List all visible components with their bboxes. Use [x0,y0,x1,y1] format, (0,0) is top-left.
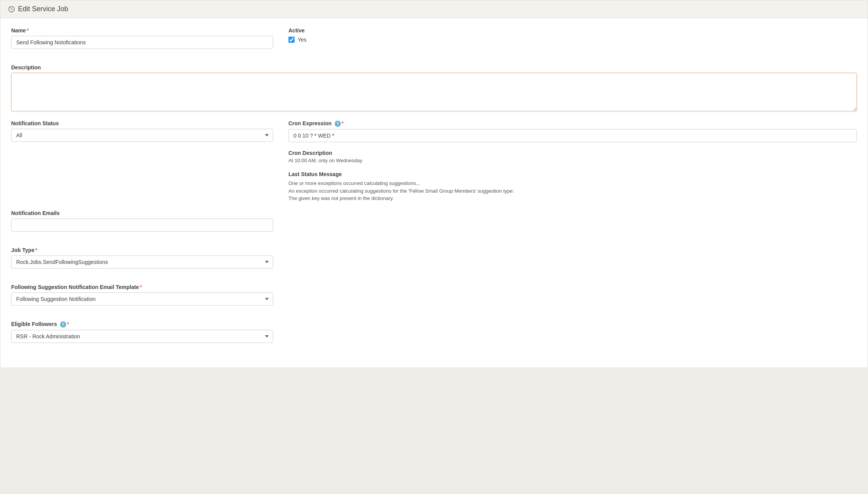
active-group: Active Yes [288,27,857,43]
eligible-followers-row: Eligible Followers ?* RSR - Rock Adminis… [11,321,857,351]
notif-emails-row: Notification Emails [11,210,857,239]
notif-cron-row: Notification Status All Active Inactive … [11,120,857,202]
email-template-required-star: * [140,284,142,290]
eligible-followers-group: Eligible Followers ?* RSR - Rock Adminis… [11,321,273,343]
description-label: Description [11,64,857,71]
email-template-col: Following Suggestion Notification Email … [11,284,273,313]
notification-status-group: Notification Status All Active Inactive [11,120,273,142]
cron-help-icon[interactable]: ? [335,121,341,127]
notification-emails-label: Notification Emails [11,210,273,216]
notif-status-col: Notification Status All Active Inactive [11,120,273,202]
name-required-star: * [27,27,28,34]
notif-emails-col: Notification Emails [11,210,273,239]
panel-title: Edit Service Job [18,5,68,13]
notification-status-select[interactable]: All Active Inactive [11,129,273,142]
eligible-followers-help-icon[interactable]: ? [60,321,66,328]
active-checkbox-row: Yes [288,37,857,43]
email-template-select[interactable]: Following Suggestion Notification [11,292,273,306]
cron-expression-label: Cron Expression ?* [288,120,857,127]
name-group: Name* [11,27,273,49]
panel-body: Name* Active Yes [0,18,868,368]
eligible-followers-select[interactable]: RSR - Rock Administration [11,330,273,343]
eligible-followers-col: Eligible Followers ?* RSR - Rock Adminis… [11,321,273,351]
cron-expression-group: Cron Expression ?* [288,120,857,142]
email-template-row: Following Suggestion Notification Email … [11,284,857,313]
panel-header: Edit Service Job [0,0,868,18]
cron-description-block: Cron Description At 10:00 AM, only on We… [288,150,857,163]
cron-description-title: Cron Description [288,150,857,156]
email-template-label: Following Suggestion Notification Email … [11,284,273,290]
job-type-col: Job Type* Rock.Jobs.SendFollowingSuggest… [11,247,273,276]
job-type-select[interactable]: Rock.Jobs.SendFollowingSuggestions [11,255,273,269]
job-type-group: Job Type* Rock.Jobs.SendFollowingSuggest… [11,247,273,269]
eligible-followers-required-star: * [67,321,69,327]
page-wrapper: Edit Service Job Name* Active [0,0,868,494]
cron-expression-input[interactable] [288,129,857,142]
last-status-title: Last Status Message [288,171,857,177]
active-col: Active Yes [288,27,857,57]
last-status-block: Last Status Message One or more exceptio… [288,171,857,202]
clock-icon [8,6,15,13]
email-template-group: Following Suggestion Notification Email … [11,284,273,306]
cron-required-star: * [342,120,344,126]
active-yes-label: Yes [298,37,307,43]
eligible-followers-label: Eligible Followers ?* [11,321,273,328]
last-status-text: One or more exceptions occurred calculat… [288,180,857,202]
edit-service-job-panel: Edit Service Job Name* Active [0,0,868,368]
name-input[interactable] [11,36,273,49]
name-active-row: Name* Active Yes [11,27,857,57]
cron-col: Cron Expression ?* Cron Description At 1… [288,120,857,202]
job-type-row: Job Type* Rock.Jobs.SendFollowingSuggest… [11,247,857,276]
active-label: Active [288,27,857,34]
notification-emails-input[interactable] [11,218,273,232]
job-type-required-star: * [35,247,37,253]
cron-description-text: At 10:00 AM, only on Wednesday [288,158,857,163]
notification-emails-group: Notification Emails [11,210,273,232]
name-col: Name* [11,27,273,57]
description-textarea[interactable] [11,73,857,111]
notification-status-label: Notification Status [11,120,273,126]
name-label: Name* [11,27,273,34]
job-type-label: Job Type* [11,247,273,253]
description-group: Description [11,64,857,113]
active-checkbox[interactable] [288,37,295,43]
